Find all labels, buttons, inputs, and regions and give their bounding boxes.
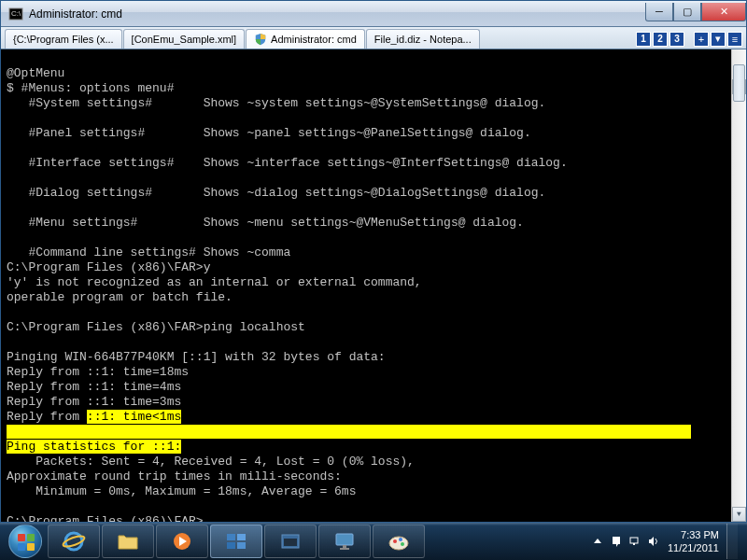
show-desktop-button[interactable]: [726, 524, 738, 559]
term-line: $ #Menus: options menu#: [7, 81, 740, 96]
action-center-icon[interactable]: [610, 535, 623, 548]
svg-text:C:\: C:\: [11, 9, 21, 18]
term-line: [7, 499, 740, 514]
svg-rect-22: [630, 538, 638, 543]
clock-time: 7:33 PM: [668, 528, 719, 541]
clock-date: 11/21/2011: [668, 541, 719, 554]
term-line: [7, 141, 740, 156]
term-line: operable program or batch file.: [7, 290, 740, 305]
svg-rect-9: [227, 534, 235, 540]
taskbar-conemu-button[interactable]: [210, 525, 262, 558]
term-cursor: :: [174, 440, 181, 454]
term-line: [7, 231, 740, 245]
svg-rect-11: [227, 542, 235, 549]
svg-rect-3: [27, 534, 35, 541]
minimize-button[interactable]: ─: [645, 3, 673, 21]
svg-point-21: [401, 542, 404, 546]
workspace-3-button[interactable]: 3: [669, 32, 684, 47]
folder-icon: [115, 530, 141, 553]
scroll-down-button[interactable]: ▼: [732, 507, 746, 522]
taskbar-app6-button[interactable]: [318, 525, 371, 558]
svg-rect-23: [633, 543, 635, 545]
network-icon[interactable]: [628, 535, 641, 548]
media-player-icon: [169, 530, 195, 553]
svg-rect-4: [18, 543, 25, 551]
term-line: [7, 111, 740, 126]
term-line: Approximate round trip times in milli-se…: [7, 469, 740, 484]
cmd-icon: C:\: [8, 7, 23, 21]
taskbar-ie-button[interactable]: [48, 525, 100, 558]
system-tray: 7:33 PM 11/21/2011: [591, 524, 743, 559]
conemu-icon: [223, 530, 249, 553]
term-line: [7, 201, 740, 216]
svg-point-18: [389, 537, 408, 550]
tab-bar: {C:\Program Files (x... [ConEmu_Sample.x…: [1, 27, 746, 49]
ie-icon: [61, 530, 87, 553]
term-line: C:\Program Files (x86)\FAR>y: [7, 260, 740, 275]
term-line: #Interface settings# Shows ~interface se…: [7, 156, 740, 171]
term-line: Pinging WIN-664B77P40KM [::1] with 32 by…: [7, 350, 740, 365]
menu-button[interactable]: ▾: [711, 32, 726, 47]
term-highlight: Ping statistics for ::1: [7, 440, 174, 454]
tab-label: [ConEmu_Sample.xml]: [132, 34, 237, 45]
term-line: Packets: Sent = 4, Received = 4, Lost = …: [7, 455, 740, 469]
tab-label: File_id.diz - Notepa...: [374, 34, 472, 45]
tab-2[interactable]: Administrator: cmd: [246, 29, 365, 49]
app-window: C:\ Administrator: cmd ─ ▢ ✕ {C:\Program…: [0, 0, 747, 523]
paint-icon: [386, 530, 412, 553]
svg-point-19: [393, 539, 397, 543]
term-line: #Command line settings# Shows ~comma: [7, 245, 740, 260]
term-line: 'y' is not recognized as an internal or …: [7, 275, 740, 290]
term-line: C:\Program Files (x86)\FAR>ping localhos…: [7, 320, 740, 335]
svg-rect-15: [336, 534, 353, 545]
window-controls: ─ ▢ ✕: [645, 3, 746, 21]
scroll-thumb[interactable]: [733, 64, 745, 102]
windows-orb-icon: [8, 525, 42, 558]
scrollbar[interactable]: ▲ ▼: [731, 49, 746, 522]
maximize-button[interactable]: ▢: [673, 3, 701, 21]
close-button[interactable]: ✕: [701, 3, 746, 21]
term-line: #Panel settings# Shows ~panel settings~@…: [7, 126, 740, 141]
svg-rect-17: [340, 548, 349, 550]
svg-rect-14: [284, 539, 297, 546]
workspace-2-button[interactable]: 2: [653, 32, 668, 47]
add-tab-button[interactable]: +: [694, 32, 709, 47]
tab-1[interactable]: [ConEmu_Sample.xml]: [123, 29, 246, 49]
taskbar-explorer-button[interactable]: [102, 525, 154, 558]
term-line: [7, 305, 740, 320]
clock[interactable]: 7:33 PM 11/21/2011: [668, 528, 719, 554]
term-highlight: ::1: time<1ms: [87, 410, 181, 424]
display-icon: [331, 530, 358, 553]
tab-0[interactable]: {C:\Program Files (x...: [5, 29, 122, 49]
svg-rect-12: [237, 542, 246, 549]
term-text: Reply from: [7, 410, 87, 424]
titlebar[interactable]: C:\ Administrator: cmd ─ ▢ ✕: [1, 1, 746, 27]
taskbar-wmp-button[interactable]: [156, 525, 208, 558]
tab-label: {C:\Program Files (x...: [13, 34, 114, 45]
taskbar-paint-button[interactable]: [373, 525, 425, 558]
term-line: Reply from ::1: time=18ms: [7, 365, 740, 380]
taskbar-app5-button[interactable]: [264, 525, 317, 558]
tab-label: Administrator: cmd: [271, 34, 357, 45]
term-highlight-blank: [7, 425, 691, 439]
term-line: Reply from ::1: time=4ms: [7, 380, 740, 395]
term-line: #Dialog settings# Shows ~dialog settings…: [7, 186, 740, 201]
svg-rect-10: [237, 534, 246, 540]
shield-icon: [254, 33, 267, 46]
start-button[interactable]: [4, 524, 47, 559]
svg-rect-5: [27, 543, 35, 551]
terminal-output[interactable]: @OptMenu$ #Menus: options menu# #System …: [1, 49, 746, 522]
term-line: Reply from ::1: time=3ms: [7, 395, 740, 410]
window-title: Administrator: cmd: [29, 7, 645, 21]
tabbar-tools: 1 2 3 + ▾ ≡: [636, 29, 742, 49]
taskbar: 7:33 PM 11/21/2011: [0, 523, 747, 560]
tray-up-icon[interactable]: [591, 535, 604, 548]
tab-3[interactable]: File_id.diz - Notepa...: [366, 29, 480, 49]
workspace-1-button[interactable]: 1: [636, 32, 651, 47]
svg-point-20: [399, 538, 402, 541]
list-button[interactable]: ≡: [727, 32, 742, 47]
term-line: [7, 335, 740, 350]
app-icon: [277, 530, 303, 553]
volume-icon[interactable]: [647, 535, 660, 548]
term-line: @OptMenu: [7, 66, 740, 81]
